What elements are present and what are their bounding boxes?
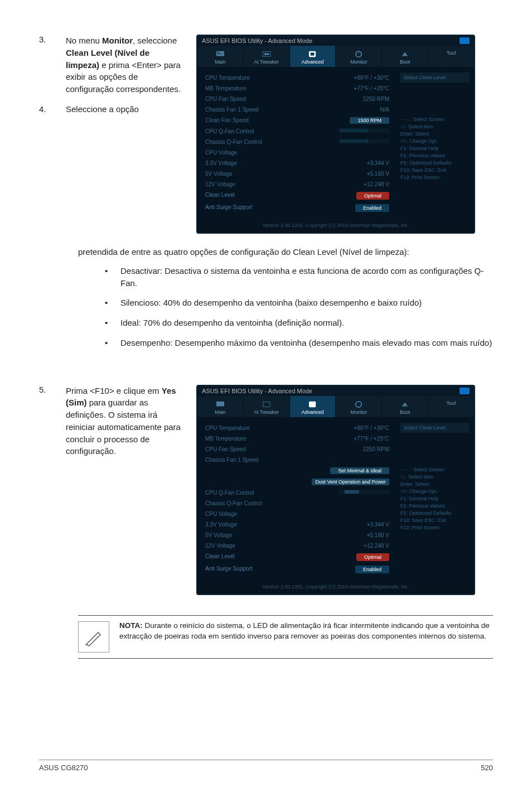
step3-num: 3. (39, 35, 52, 234)
tab-boot: Boot (382, 396, 428, 417)
note-box: NOTA: Durante o reinício do sistema, o L… (78, 615, 493, 659)
side-keys: →←: Select Screen ↑↓: Select Item Enter:… (400, 466, 470, 532)
note-label: NOTA: (119, 621, 143, 630)
svg-rect-11 (309, 401, 316, 407)
tab-tool: Tool (428, 46, 474, 67)
side-header: Select Clean Level (400, 423, 470, 433)
step4-text: Seleccione a opção (66, 103, 139, 115)
tab-tweaker: Ai Tweaker (244, 396, 290, 417)
tab-advanced: Advanced (290, 46, 336, 67)
bullet-item: Desactivar: Desactiva o sistema da vento… (105, 265, 493, 289)
clean-fan-row: Clean Fan Speed1500 RPM (205, 115, 389, 126)
side-header: Select Clean Level (400, 73, 470, 83)
step3-text-c: , seleccione (133, 36, 177, 45)
bullet-item: Ideal: 70% do desempenho da ventoinha (d… (105, 317, 493, 329)
tab-monitor: Monitor (336, 46, 382, 67)
usb-icon (460, 388, 470, 394)
tab-monitor: Monitor (336, 396, 382, 417)
enabled-button: Enabled (355, 566, 389, 573)
step4-num: 4. (39, 103, 52, 115)
usb-icon (460, 37, 470, 44)
optimal-button: Optimal (356, 192, 389, 200)
bios-screenshot-2: ASUS EFI BIOS Utility - Advanced Mode Ma… (196, 385, 475, 595)
bios-title: ASUS EFI BIOS Utility - Advanced Mode (202, 37, 312, 44)
bullet-item: Silencioso: 40% do desempenho da ventoin… (105, 297, 493, 309)
svg-rect-10 (263, 402, 270, 407)
svg-rect-2 (217, 54, 223, 54)
optimal-button: Optimal (356, 553, 389, 561)
tab-main: Main (197, 46, 244, 67)
bios-title-2: ASUS EFI BIOS Utility - Advanced Mode (202, 388, 312, 394)
bios-footer: Version 2.00.1201. Copyright (C) 2010 Am… (197, 582, 474, 594)
pretendida-para: pretendida de entre as quatro opções de … (78, 246, 493, 258)
min-ideal-row: Set Minimal & Ideal (205, 465, 389, 476)
step3-text-a: No menu (66, 36, 102, 45)
side-keys: →←: Select Screen ↑↓: Select Item Enter:… (400, 116, 470, 181)
svg-rect-9 (216, 401, 224, 406)
note-text: Durante o reinício do sistema, o LED de … (119, 621, 490, 641)
tab-advanced: Advanced (290, 396, 336, 417)
bullet-item: Desempenho: Desempenho máximo da ventoin… (105, 337, 493, 349)
page-footer: ASUS CG8270 520 (39, 760, 493, 772)
bullet-list: Desactivar: Desactiva o sistema da vento… (105, 265, 493, 349)
tab-main: Main (197, 396, 244, 417)
enabled-button: Enabled (355, 204, 389, 212)
svg-rect-6 (310, 52, 314, 55)
step5-num: 5. (39, 385, 52, 595)
svg-rect-1 (217, 52, 220, 54)
svg-point-12 (356, 401, 362, 407)
bios-screenshot-1: ASUS EFI BIOS Utility - Advanced Mode Ma… (196, 35, 475, 234)
tab-tool: Tool (428, 396, 474, 417)
tab-boot: Boot (382, 46, 428, 67)
step3-monitor: Monitor (102, 36, 133, 45)
footer-left: ASUS CG8270 (39, 764, 88, 772)
svg-rect-4 (264, 53, 269, 55)
footer-right: 520 (481, 764, 493, 772)
bios-footer: Version 2.00.1201. Copyright (C) 2010 Am… (197, 221, 474, 233)
tab-tweaker: Ai Tweaker (244, 46, 290, 67)
pencil-icon (78, 621, 109, 653)
step5-a: Prima <F10> e clique em (66, 386, 162, 395)
